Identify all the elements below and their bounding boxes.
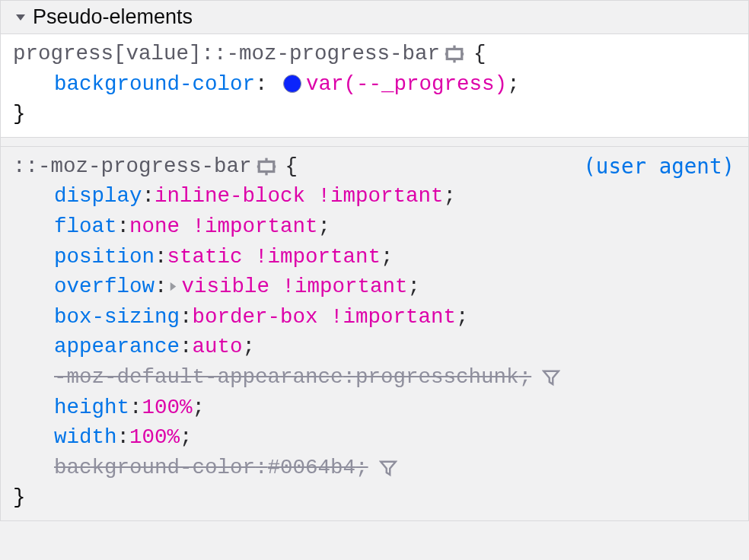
property-name[interactable]: overflow xyxy=(54,272,155,302)
close-brace: } xyxy=(13,99,736,129)
colon: : xyxy=(255,453,268,483)
close-brace: } xyxy=(13,482,736,513)
semicolon: ; xyxy=(408,272,421,302)
property-value[interactable]: inline-block !important xyxy=(155,181,444,212)
declaration[interactable]: background-color: #0064b4; xyxy=(54,453,736,483)
colon: : xyxy=(180,332,193,362)
colon: : xyxy=(142,181,155,212)
declaration[interactable]: background-color: var(--_progress); xyxy=(54,69,736,100)
declaration[interactable]: height: 100%; xyxy=(54,393,736,423)
property-name[interactable]: background-color xyxy=(54,453,255,483)
declaration[interactable]: -moz-default-appearance: progresschunk; xyxy=(54,362,736,393)
property-value[interactable]: visible !important xyxy=(182,272,408,302)
colon: : xyxy=(117,212,130,242)
property-value[interactable]: border-box !important xyxy=(193,302,457,332)
property-name[interactable]: height xyxy=(54,393,129,423)
property-name[interactable]: -moz-default-appearance xyxy=(54,362,343,393)
open-brace: { xyxy=(285,151,298,182)
svg-rect-5 xyxy=(259,161,274,171)
semicolon: ; xyxy=(180,422,193,453)
rule-separator xyxy=(1,138,748,147)
property-value[interactable]: none !important xyxy=(129,212,318,242)
property-value[interactable]: 100% xyxy=(142,393,193,423)
colon: : xyxy=(117,422,130,453)
declaration[interactable]: overflow: visible !important; xyxy=(54,272,736,302)
property-value[interactable]: var(--_progress) xyxy=(306,69,507,100)
declarations: display: inline-block !important;float: … xyxy=(13,181,736,482)
colon: : xyxy=(155,242,167,272)
filter-icon[interactable] xyxy=(379,459,397,477)
declaration[interactable]: display: inline-block !important; xyxy=(54,181,736,212)
semicolon: ; xyxy=(444,181,457,212)
property-name[interactable]: background-color xyxy=(54,69,255,100)
selector[interactable]: ::-moz-progress-bar xyxy=(13,151,252,182)
declaration[interactable]: float: none !important; xyxy=(54,212,736,242)
semicolon: ; xyxy=(355,453,368,483)
semicolon: ; xyxy=(381,242,394,272)
pseudo-elements-header[interactable]: Pseudo-elements xyxy=(1,1,748,34)
declaration[interactable]: position: static !important; xyxy=(54,242,736,272)
selector-line[interactable]: progress[value]::-moz-progress-bar { xyxy=(13,39,736,69)
semicolon: ; xyxy=(456,302,469,332)
colon: : xyxy=(343,362,356,393)
declaration[interactable]: width: 100%; xyxy=(54,422,736,453)
color-swatch[interactable] xyxy=(283,75,301,93)
selector-highlighter-icon[interactable] xyxy=(257,157,276,177)
property-name[interactable]: display xyxy=(54,181,142,212)
css-rule: (user agent) ::-moz-progress-bar { displ… xyxy=(1,147,748,521)
declarations: background-color: var(--_progress); xyxy=(13,69,736,100)
rules-panel: Pseudo-elements progress[value]::-moz-pr… xyxy=(0,0,749,521)
property-name[interactable]: width xyxy=(54,422,117,453)
expand-twisty-icon[interactable] xyxy=(11,8,30,27)
colon: : xyxy=(255,69,268,100)
open-brace: { xyxy=(473,39,486,69)
property-value[interactable]: auto xyxy=(193,332,243,362)
semicolon: ; xyxy=(507,69,520,100)
semicolon: ; xyxy=(519,362,532,393)
colon: : xyxy=(155,272,167,302)
property-value[interactable]: static !important xyxy=(167,242,381,272)
property-value[interactable]: progresschunk xyxy=(355,362,519,393)
property-name[interactable]: appearance xyxy=(54,332,180,362)
property-value[interactable]: 100% xyxy=(129,422,180,453)
colon: : xyxy=(129,393,142,423)
colon: : xyxy=(180,302,193,332)
property-name[interactable]: box-sizing xyxy=(54,302,180,332)
semicolon: ; xyxy=(243,332,256,362)
source-link[interactable]: (user agent) xyxy=(583,151,735,182)
expand-shorthand-icon[interactable] xyxy=(167,281,179,292)
property-value[interactable]: #0064b4 xyxy=(268,453,356,483)
semicolon: ; xyxy=(193,393,206,423)
selector[interactable]: progress[value]::-moz-progress-bar xyxy=(13,39,440,69)
declaration[interactable]: appearance: auto; xyxy=(54,332,736,362)
selector-highlighter-icon[interactable] xyxy=(445,44,464,64)
property-name[interactable]: float xyxy=(54,212,117,242)
css-rule: progress[value]::-moz-progress-bar { bac… xyxy=(1,34,748,138)
semicolon: ; xyxy=(318,212,331,242)
filter-icon[interactable] xyxy=(542,368,560,387)
property-name[interactable]: position xyxy=(54,242,155,272)
declaration[interactable]: box-sizing: border-box !important; xyxy=(54,302,736,332)
section-title: Pseudo-elements xyxy=(33,5,193,29)
svg-rect-0 xyxy=(447,49,462,59)
